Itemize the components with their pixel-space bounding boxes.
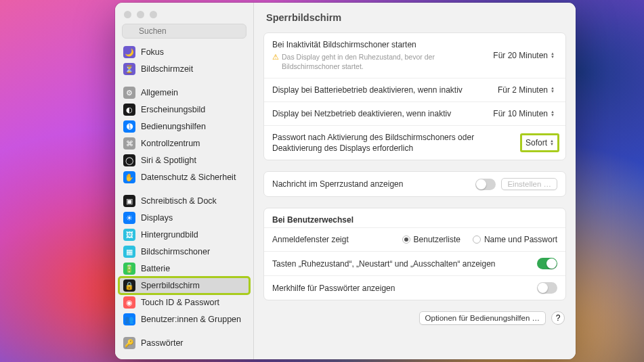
chevron-updown-icon: ▲▼ <box>550 139 554 146</box>
settings-window: 🔍 🌙Fokus⏳Bildschirmzeit⚙Allgemein◐Ersche… <box>115 3 576 359</box>
row-lock-message: Nachricht im Sperrzustand anzeigen Einst… <box>264 172 565 196</box>
user-switch-title: Bei Benutzerwechsel <box>264 208 565 228</box>
page-title: Sperrbildschirm <box>254 3 576 30</box>
content-pane: Sperrbildschirm Bei Inaktivität Bildschi… <box>254 3 576 359</box>
radio-name-password[interactable]: Name und Passwort <box>473 235 557 244</box>
zoom-icon[interactable] <box>150 11 157 18</box>
sidebar-icon: 🌙 <box>123 46 135 58</box>
password-hints-switch[interactable] <box>537 282 557 294</box>
sidebar-item-batterie[interactable]: 🔋Batterie <box>119 261 249 277</box>
sidebar-icon: ◯ <box>123 154 135 166</box>
radio-user-list[interactable]: Benutzerliste <box>402 235 460 244</box>
sidebar-item-label: Touch ID & Passwort <box>141 298 219 307</box>
sidebar-item-passw-rter[interactable]: 🔑Passwörter <box>119 335 249 351</box>
sidebar-item-datenschutz-sicherheit[interactable]: ✋Datenschutz & Sicherheit <box>119 169 249 185</box>
sidebar-icon: ◉ <box>123 296 135 309</box>
sidebar-icon: ▦ <box>123 246 135 258</box>
lock-message-switch[interactable] <box>475 179 496 190</box>
row-login-window: Anmeldefenster zeigt Benutzerliste Name … <box>264 228 565 252</box>
sidebar-item-bedienungshilfen[interactable]: ➊Bedienungshilfen <box>119 118 249 135</box>
screensaver-popup[interactable]: Für 20 Minuten ▲▼ <box>490 50 557 61</box>
row-password-hints: Merkhilfe für Passwörter anzeigen <box>264 276 565 300</box>
sidebar-item-bildschirmschoner[interactable]: ▦Bildschirmschoner <box>119 244 249 260</box>
lock-message-panel: Nachricht im Sperrzustand anzeigen Einst… <box>263 171 566 197</box>
sidebar: 🔍 🌙Fokus⏳Bildschirmzeit⚙Allgemein◐Ersche… <box>115 3 254 359</box>
sidebar-item-label: Hintergrundbild <box>141 230 198 240</box>
sidebar-item-benutzer-innen-gruppen[interactable]: 👥Benutzer:innen & Gruppen <box>119 311 249 327</box>
sidebar-item-kontrollzentrum[interactable]: ⌘Kontrollzentrum <box>119 135 249 152</box>
sidebar-item-label: Batterie <box>141 264 170 273</box>
search-input[interactable] <box>122 24 246 39</box>
chevron-updown-icon: ▲▼ <box>551 87 555 93</box>
sidebar-item-touch-id-passwort[interactable]: ◉Touch ID & Passwort <box>119 294 249 311</box>
sidebar-item-hintergrundbild[interactable]: 🖼Hintergrundbild <box>119 227 249 243</box>
sidebar-item-sperrbildschirm[interactable]: 🔒Sperrbildschirm <box>119 277 249 294</box>
radio-dot-icon <box>402 235 410 244</box>
help-button[interactable]: ? <box>551 311 565 325</box>
sidebar-item-label: Benutzer:innen & Gruppen <box>141 315 241 324</box>
chevron-updown-icon: ▲▼ <box>551 110 555 117</box>
sidebar-item-label: Kontrollzentrum <box>141 139 200 148</box>
minimize-icon[interactable] <box>137 11 144 18</box>
sidebar-icon: ⏳ <box>123 63 135 75</box>
sidebar-icon: 🖼 <box>123 229 135 241</box>
sidebar-item-label: Datenschutz & Sicherheit <box>141 173 236 182</box>
sidebar-item-label: Fokus <box>141 47 164 57</box>
sidebar-item-label: Sperrbildschirm <box>141 281 200 290</box>
require-password-popup[interactable]: Sofort ▲▼ <box>520 133 559 152</box>
screensaver-label: Bei Inaktivität Bildschirmschoner starte… <box>272 39 484 50</box>
sidebar-icon: 👥 <box>123 313 135 325</box>
sidebar-icon: ⌘ <box>123 137 135 150</box>
sidebar-item-allgemein[interactable]: ⚙Allgemein <box>119 85 249 101</box>
sidebar-item-label: Siri & Spotlight <box>141 156 196 165</box>
sidebar-icon: 🔒 <box>123 279 135 292</box>
radio-dot-icon <box>473 235 481 244</box>
lock-message-configure-button[interactable]: Einstellen … <box>501 178 557 190</box>
sidebar-item-label: Passwörter <box>141 338 184 348</box>
sidebar-icon: ➊ <box>123 120 135 133</box>
sidebar-icon: ⚙ <box>123 87 135 99</box>
sidebar-icon: ▣ <box>123 195 135 207</box>
sidebar-list[interactable]: 🌙Fokus⏳Bildschirmzeit⚙Allgemein◐Erschein… <box>115 44 253 359</box>
sidebar-icon: 🔋 <box>123 263 135 275</box>
sidebar-item-siri-spotlight[interactable]: ◯Siri & Spotlight <box>119 152 249 168</box>
sidebar-item-displays[interactable]: ☀Displays <box>119 210 249 226</box>
close-icon[interactable] <box>124 11 131 18</box>
user-switch-panel: Bei Benutzerwechsel Anmeldefenster zeigt… <box>263 208 566 300</box>
sidebar-item-schreibtisch-dock[interactable]: ▣Schreibtisch & Dock <box>119 193 249 209</box>
row-screensaver: Bei Inaktivität Bildschirmschoner starte… <box>264 33 565 78</box>
sidebar-item-label: Bildschirmschoner <box>141 247 210 256</box>
sidebar-icon: ☀ <box>123 212 135 224</box>
screensaver-warning: ⚠ Das Display geht in den Ruhezustand, b… <box>272 52 484 71</box>
display-power-popup[interactable]: Für 10 Minuten ▲▼ <box>490 108 557 119</box>
display-settings-panel: Bei Inaktivität Bildschirmschoner starte… <box>263 32 566 160</box>
accessibility-options-button[interactable]: Optionen für Bedienungshilfen … <box>419 311 546 325</box>
sidebar-item-label: Erscheinungsbild <box>141 105 205 114</box>
display-battery-popup[interactable]: Für 2 Minuten ▲▼ <box>495 85 557 95</box>
row-require-password: Passwort nach Aktivierung des Bildschirm… <box>264 126 565 160</box>
window-controls[interactable] <box>115 3 253 22</box>
sidebar-item-label: Bedienungshilfen <box>141 122 206 131</box>
chevron-updown-icon: ▲▼ <box>551 52 555 59</box>
footer: Optionen für Bedienungshilfen … ? <box>254 309 576 334</box>
sidebar-icon: ✋ <box>123 171 135 183</box>
sidebar-item-bildschirmzeit[interactable]: ⏳Bildschirmzeit <box>119 61 249 77</box>
warning-icon: ⚠ <box>272 52 279 71</box>
sidebar-item-fokus[interactable]: 🌙Fokus <box>119 44 249 60</box>
row-display-power: Display bei Netzbetrieb deaktivieren, we… <box>264 102 565 126</box>
sidebar-item-label: Bildschirmzeit <box>141 64 193 74</box>
row-show-buttons: Tasten „Ruhezustand“, „Neustart“ und „Au… <box>264 252 565 276</box>
sidebar-item-label: Schreibtisch & Dock <box>141 196 217 206</box>
sidebar-item-erscheinungsbild[interactable]: ◐Erscheinungsbild <box>119 101 249 118</box>
sidebar-item-label: Displays <box>141 213 173 223</box>
sidebar-icon: 🔑 <box>123 337 135 349</box>
show-buttons-switch[interactable] <box>537 258 557 269</box>
sidebar-item-label: Allgemein <box>141 88 178 97</box>
row-display-battery: Display bei Batteriebetrieb deaktivieren… <box>264 78 565 102</box>
sidebar-icon: ◐ <box>123 104 135 116</box>
